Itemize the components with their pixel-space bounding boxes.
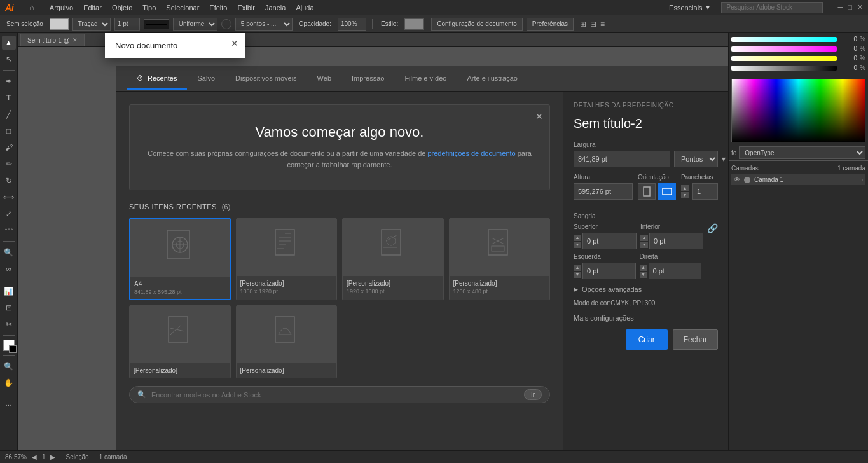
stroke-width-input[interactable] xyxy=(114,18,140,31)
tab-dispositivos[interactable]: Dispositivos móveis xyxy=(225,68,307,90)
opacity-input[interactable] xyxy=(338,18,366,31)
style-swatch[interactable] xyxy=(404,18,424,30)
tab-arte[interactable]: Arte e ilustração xyxy=(457,68,527,90)
mais-config[interactable]: Mais configurações xyxy=(574,314,718,322)
recent-item-1[interactable]: [Personalizado] 1080 x 1920 pt xyxy=(236,218,338,300)
brush-select[interactable]: 5 pontos - ... xyxy=(235,18,293,31)
close-button[interactable]: ✕ xyxy=(857,3,863,11)
artboard-increment[interactable]: ▲ xyxy=(681,185,689,191)
document-tab[interactable]: Sem título-1 @ ✕ xyxy=(20,34,85,46)
inferior-input[interactable] xyxy=(649,233,703,249)
superior-input[interactable] xyxy=(582,233,637,249)
zoom-tool[interactable]: 🔍 xyxy=(2,359,16,373)
tab-salvo[interactable]: Salvo xyxy=(187,68,225,90)
stock-search-input[interactable] xyxy=(151,391,519,399)
menu-editar[interactable]: Editar xyxy=(83,4,102,11)
link-bleed-icon[interactable]: 🔗 xyxy=(707,223,718,233)
tab-impressao[interactable]: Impressão xyxy=(341,68,394,90)
maximize-button[interactable]: □ xyxy=(848,3,852,11)
tab-recentes[interactable]: ⏱ Recentes xyxy=(127,68,187,90)
esquerda-increment[interactable]: ▲ xyxy=(574,265,581,271)
menu-selecionar[interactable]: Selecionar xyxy=(166,4,199,11)
go-button[interactable]: Ir xyxy=(524,389,542,400)
superior-decrement[interactable]: ▼ xyxy=(574,242,581,248)
black-slider[interactable] xyxy=(731,66,837,71)
home-icon[interactable]: ⌂ xyxy=(29,3,34,12)
fechar-button[interactable]: Fechar xyxy=(673,329,718,350)
slice-tool[interactable]: ✂ xyxy=(2,317,16,331)
menu-exibir[interactable]: Exibir xyxy=(237,4,255,11)
color-spectrum[interactable] xyxy=(731,79,865,142)
more-icon[interactable]: ≡ xyxy=(600,20,605,29)
scale-tool[interactable]: ⤢ xyxy=(2,207,16,221)
select-tool[interactable]: ▲ xyxy=(2,36,16,50)
tab-close-icon[interactable]: ✕ xyxy=(72,37,78,43)
inferior-decrement[interactable]: ▼ xyxy=(640,242,648,248)
recent-item-3[interactable]: [Personalizado] 1200 x 480 pt xyxy=(449,218,551,300)
rect-tool[interactable]: □ xyxy=(2,124,16,138)
esquerda-input[interactable] xyxy=(582,263,636,279)
height-input[interactable] xyxy=(574,183,633,200)
stroke-type-select[interactable]: Traçado: xyxy=(72,18,111,31)
menu-efeito[interactable]: Efeito xyxy=(209,4,227,11)
novo-doc-close-button[interactable]: ✕ xyxy=(231,38,238,48)
reflect-tool[interactable]: ⟺ xyxy=(2,190,16,204)
direita-input[interactable] xyxy=(649,263,702,279)
landscape-button[interactable] xyxy=(658,183,676,200)
portrait-button[interactable] xyxy=(638,183,656,200)
recent-item-5[interactable]: [Personalizado] xyxy=(236,305,338,378)
menu-ajuda[interactable]: Ajuda xyxy=(296,4,313,11)
recent-item-4[interactable]: [Personalizado] xyxy=(129,305,231,378)
menu-arquivo[interactable]: Arquivo xyxy=(50,4,73,11)
cyan-slider[interactable] xyxy=(731,37,837,42)
recent-item-2[interactable]: [Personalizado] 1920 x 1080 pt xyxy=(342,218,444,300)
opentype-select[interactable]: OpenType xyxy=(739,146,865,159)
rotate-tool[interactable]: ↻ xyxy=(2,174,16,188)
direct-select-tool[interactable]: ↖ xyxy=(2,52,16,66)
minimize-button[interactable]: ─ xyxy=(838,3,843,11)
more-tools[interactable]: ··· xyxy=(2,398,16,412)
fill-color-swatch[interactable] xyxy=(50,18,69,30)
artboard-tool[interactable]: ⊡ xyxy=(2,301,16,315)
nav-prev[interactable]: ◀ xyxy=(32,453,37,460)
hand-tool[interactable]: ✋ xyxy=(2,376,16,390)
layer-row[interactable]: 👁 Camada 1 ○ xyxy=(731,174,865,185)
blend-tool[interactable]: ∞ xyxy=(2,262,16,276)
pencil-tool[interactable]: ✏ xyxy=(2,157,16,171)
tab-web[interactable]: Web xyxy=(307,68,341,90)
yellow-slider[interactable] xyxy=(731,56,837,61)
stroke-swatch[interactable] xyxy=(9,345,17,353)
graph-tool[interactable]: 📊 xyxy=(2,284,16,298)
layer-eye-icon[interactable]: 👁 xyxy=(734,176,740,183)
recent-item-a4[interactable]: A4 841,89 x 595,28 pt xyxy=(129,218,231,300)
config-doc-button[interactable]: Configuração de documento xyxy=(431,18,523,31)
direita-decrement[interactable]: ▼ xyxy=(640,272,647,278)
direita-increment[interactable]: ▲ xyxy=(640,265,647,271)
advanced-toggle[interactable]: ▶ Opções avançadas xyxy=(574,286,718,293)
type-tool[interactable]: T xyxy=(2,91,16,105)
width-input[interactable] xyxy=(574,151,670,167)
menu-janela[interactable]: Janela xyxy=(265,4,286,11)
essentials-label[interactable]: Essenciais ▼ xyxy=(669,4,711,11)
artboards-input[interactable] xyxy=(692,183,718,200)
artboard-decrement[interactable]: ▼ xyxy=(681,192,689,198)
magenta-slider[interactable] xyxy=(731,46,837,52)
tab-filme[interactable]: Filme e vídeo xyxy=(394,68,457,90)
stock-search-input[interactable] xyxy=(721,2,823,13)
menu-tipo[interactable]: Tipo xyxy=(142,4,156,11)
preferences-button[interactable]: Preferências xyxy=(527,18,574,31)
pen-tool[interactable]: ✒ xyxy=(2,74,16,88)
layout-icon[interactable]: ⊞ xyxy=(580,20,586,29)
eyedropper-tool[interactable]: 🔍 xyxy=(2,245,16,259)
superior-increment[interactable]: ▲ xyxy=(574,235,581,241)
hero-close-button[interactable]: ✕ xyxy=(535,111,543,121)
menu-objeto[interactable]: Objeto xyxy=(112,4,132,11)
layer-lock-icon[interactable]: ○ xyxy=(859,176,863,183)
nav-next[interactable]: ▶ xyxy=(50,453,55,460)
esquerda-decrement[interactable]: ▼ xyxy=(574,272,581,278)
paintbrush-tool[interactable]: 🖌 xyxy=(2,141,16,155)
warp-tool[interactable]: 〰 xyxy=(2,223,16,237)
stroke-style-select[interactable]: Uniforme xyxy=(173,18,217,31)
predefinicoes-link[interactable]: predefinições de documento xyxy=(427,149,515,157)
line-tool[interactable]: ╱ xyxy=(2,107,16,121)
